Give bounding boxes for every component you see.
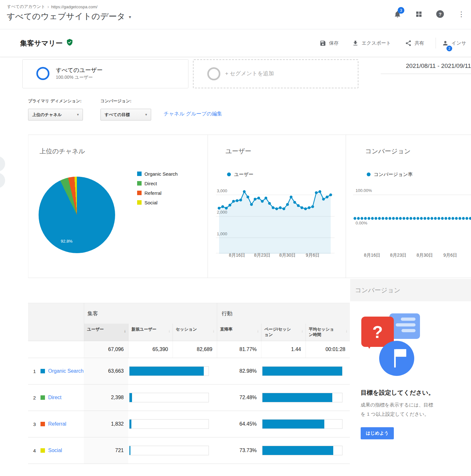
conversions-panel: コンバージョン コンバージョン率 100.00% 0.00% 8月16日 8月2… (346, 135, 471, 278)
save-label: 保存 (329, 40, 339, 46)
legend-label: Organic Search (144, 171, 178, 177)
bounce-bar (262, 419, 342, 429)
edit-channel-group-link[interactable]: チャネル グループの編集 (164, 111, 222, 117)
channels-table: 集客 行動 ユーザー ↓ 新規ユーザー ↓ セッション ↓ 直帰率 ↓ ページ/… (28, 303, 350, 464)
bounce-bar (262, 446, 342, 455)
page-title: 集客サマリー (20, 39, 63, 48)
series-label: ユーザー (234, 172, 254, 178)
x-tick: 8月30日 (414, 253, 436, 258)
group-acquisition: 集客 (84, 303, 217, 324)
property-selector[interactable]: すべてのウェブサイトのデータ ▾ (7, 11, 131, 22)
toolbar-divider (436, 38, 436, 48)
pie-legend: Organic Search Direct Referral Social (137, 169, 178, 207)
table-group-header: 集客 行動 (28, 303, 350, 324)
goal-description: 成果の指標を表示するには、目標 を 1 つ以上設定してください。 (361, 400, 433, 419)
channel-dropdown[interactable]: 上位のチャネル ▾ (28, 109, 83, 121)
column-header-bounce-rate[interactable]: 直帰率 ↓ (217, 324, 261, 341)
users-panel: ユーザー ユーザー 3,000 2,000 1,000 8月16日 8月23日 … (208, 135, 346, 278)
group-behavior: 行動 (217, 303, 350, 324)
add-segment-button[interactable]: + セグメントを追加 (193, 59, 358, 88)
share-icon (405, 40, 412, 47)
help-icon: ? (438, 11, 441, 17)
chat-bubble-icon (389, 313, 420, 339)
channel-link[interactable]: Social (48, 448, 62, 453)
channel-color-swatch (40, 422, 45, 426)
row-rank: 1 (33, 369, 37, 374)
legend-item: Direct (137, 179, 178, 188)
goal-panel-title: コンバージョン (350, 279, 471, 301)
users-bar (129, 393, 209, 402)
column-header-sessions[interactable]: セッション ↓ (173, 324, 217, 341)
conv-line-svg (353, 185, 471, 254)
column-header-avg-session-duration[interactable]: 平均セッション時間 ↓ (305, 324, 350, 341)
channel-color-swatch (40, 369, 45, 373)
breadcrumb-account[interactable]: すべてのアカウント (7, 4, 45, 10)
insights-button[interactable]: インサ (442, 29, 466, 57)
column-header-users[interactable]: ユーザー ↓ (84, 324, 128, 341)
column-header-new-users[interactable]: 新規ユーザー ↓ (128, 324, 173, 341)
breadcrumb-chevron-icon: › (48, 4, 49, 9)
channel-link[interactable]: Referral (48, 421, 66, 427)
legend-swatch (137, 200, 142, 205)
pie-chart-title: 上位のチャネル (40, 147, 85, 156)
sort-icon: ↓ (257, 328, 259, 333)
channel-dropdown-label: 上位のチャネル (32, 112, 62, 118)
goal-dropdown[interactable]: すべての目標 ▾ (100, 109, 151, 121)
chevron-down-icon: ▾ (145, 113, 147, 117)
channel-link[interactable]: Organic Search (48, 368, 84, 374)
users-series-legend: ユーザー (227, 171, 254, 178)
segment-all-users[interactable]: すべてのユーザー 100.00% ユーザー (22, 59, 188, 88)
x-tick: 9月6日 (302, 253, 324, 258)
goal-flag-icon (379, 341, 414, 376)
bounce-value: 82.98% (217, 358, 261, 384)
legend-label: Direct (144, 181, 157, 186)
apps-grid-button[interactable] (415, 10, 423, 18)
column-header-pages-per-session[interactable]: ページ/セッション ↓ (261, 324, 305, 341)
share-label: 共有 (415, 40, 424, 46)
total-bounce-rate: 81.77% (217, 341, 261, 358)
get-started-button[interactable]: はじめよう (361, 427, 394, 439)
more-menu-button[interactable]: ⋮ (457, 10, 465, 18)
legend-item: Referral (137, 188, 178, 198)
verified-shield-icon (66, 38, 73, 48)
chevron-down-icon: ▾ (77, 113, 79, 117)
channel-color-swatch (40, 395, 45, 400)
total-users: 67,096 (84, 341, 128, 358)
row-rank: 2 (33, 395, 37, 400)
left-edge-decor (0, 173, 5, 188)
bounce-bar (262, 366, 342, 376)
save-button[interactable]: 保存 (320, 29, 339, 57)
primary-dimension-label: プライマリ ディメンション: (28, 98, 82, 104)
x-tick: 8月16日 (226, 253, 248, 258)
more-vert-icon: ⋮ (458, 10, 465, 18)
users-value: 2,398 (84, 384, 128, 411)
series-label: コンバージョン率 (374, 172, 413, 178)
export-label: エクスポート (362, 40, 391, 46)
breadcrumb-url[interactable]: https://gadgetcospa.com/ (51, 4, 97, 9)
charts-section: 上位のチャネル 92.8% Organic Search Direct Refe… (28, 135, 471, 278)
conversions-chart-title: コンバージョン (365, 147, 411, 156)
share-button[interactable]: 共有 (405, 29, 424, 57)
question-mark: ? (372, 322, 383, 342)
x-tick: 8月23日 (251, 253, 273, 258)
legend-label: Referral (144, 190, 161, 196)
channel-link[interactable]: Direct (48, 395, 62, 400)
bounce-value: 73.73% (217, 437, 261, 464)
table-row-social: 4 Social 721 73.73% (28, 437, 350, 464)
total-avg-session-duration: 00:01:28 (305, 341, 350, 358)
total-sessions: 82,689 (173, 341, 217, 358)
conversions-series-legend: コンバージョン率 (367, 171, 413, 178)
download-icon (352, 40, 359, 47)
bounce-value: 72.48% (217, 384, 261, 411)
top-channels-panel: 上位のチャネル 92.8% Organic Search Direct Refe… (28, 135, 208, 278)
date-range-selector[interactable]: 2021/08/11 - 2021/09/11 (381, 60, 471, 74)
save-icon (320, 40, 326, 47)
x-tick: 8月30日 (276, 253, 299, 258)
sort-icon: ↓ (346, 328, 348, 333)
help-button[interactable]: ? (436, 10, 444, 18)
left-edge-decor (0, 156, 5, 172)
legend-swatch (137, 181, 142, 186)
total-new-users: 65,390 (128, 341, 173, 358)
export-button[interactable]: エクスポート (352, 29, 391, 57)
table-row-organic-search: 1 Organic Search 63,663 82.98% (28, 358, 350, 384)
